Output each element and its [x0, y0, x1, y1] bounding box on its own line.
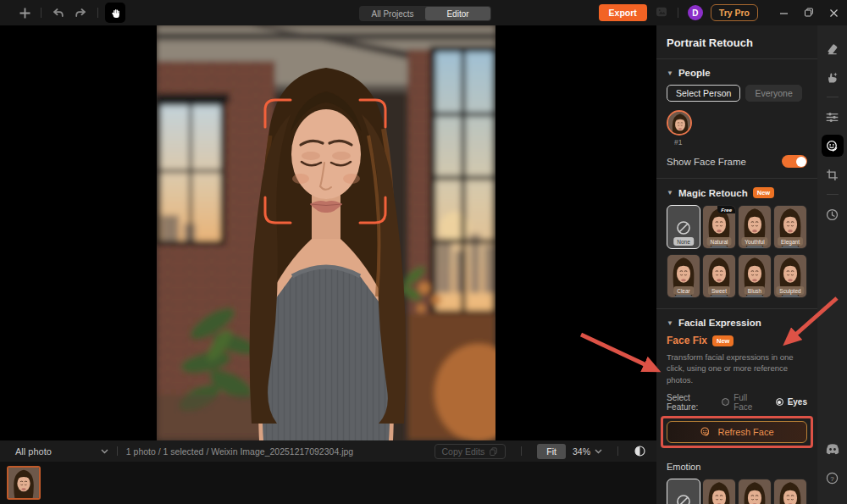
maximize-button[interactable] — [804, 8, 814, 18]
thumb-label: Sweet — [708, 286, 730, 295]
free-badge: Free — [717, 206, 735, 213]
magic-retouch-header-label: Magic Retouch — [678, 188, 748, 198]
selection-info: 1 photo / 1 selected / Weixin Image_2025… — [126, 446, 353, 457]
hand-icon — [109, 7, 122, 19]
undo-icon — [51, 6, 64, 19]
status-divider — [117, 446, 118, 456]
face-retouch-icon — [825, 139, 839, 153]
filmstrip-thumbnail[interactable] — [7, 466, 41, 500]
crop-tool-button[interactable] — [822, 163, 844, 186]
editor-canvas[interactable] — [0, 25, 656, 440]
emotion-header-label: Emotion — [667, 462, 807, 472]
view-tabs: All Projects Editor — [359, 6, 491, 21]
radio-full-face[interactable] — [722, 398, 729, 406]
sliders-icon — [825, 110, 839, 125]
filmstrip — [0, 462, 656, 504]
magic-retouch-option-elegant[interactable]: Elegant — [773, 205, 807, 249]
magic-retouch-option-sweet[interactable]: Sweet — [702, 254, 736, 298]
discord-button[interactable] — [822, 438, 844, 460]
status-divider — [521, 446, 522, 456]
panel-title: Portrait Retouch — [667, 36, 807, 49]
magic-retouch-option-sculpted[interactable]: Sculpted — [773, 254, 807, 298]
notifications-button[interactable] — [655, 5, 668, 21]
copy-edits-button[interactable]: Copy Edits — [435, 444, 507, 459]
account-avatar[interactable]: D — [688, 5, 703, 20]
thumbnail-image — [8, 468, 39, 500]
fit-button[interactable]: Fit — [537, 444, 566, 459]
remove-tool-button[interactable] — [822, 66, 844, 88]
face-fix-label: Face Fix — [667, 335, 707, 346]
magic-retouch-section-header[interactable]: ▼ Magic Retouch New — [667, 187, 807, 198]
adjustments-tool-button[interactable] — [822, 106, 844, 128]
close-icon — [829, 8, 839, 18]
magic-retouch-option-youthful[interactable]: Youthful — [738, 205, 772, 249]
compare-button[interactable] — [634, 445, 646, 457]
collapse-icon: ▼ — [667, 189, 673, 197]
toolbar-divider — [41, 8, 42, 18]
person-avatar[interactable] — [667, 110, 692, 136]
status-bar: All photo 1 photo / 1 selected / Weixin … — [0, 440, 656, 462]
magic-retouch-option-clear[interactable]: Clear — [667, 254, 700, 298]
zoom-level-dropdown[interactable]: 34% — [573, 446, 602, 457]
eyes-option-label[interactable]: Eyes — [788, 397, 807, 407]
close-button[interactable] — [829, 8, 839, 18]
tab-all-projects[interactable]: All Projects — [360, 7, 425, 20]
strip-divider — [827, 97, 839, 97]
face-refresh-icon — [700, 426, 711, 438]
divider — [656, 308, 817, 309]
thumb-label: Natural — [707, 237, 732, 246]
portrait-retouch-panel: Portrait Retouch ▼ People Select Person … — [656, 25, 817, 504]
tab-editor[interactable]: Editor — [425, 7, 490, 20]
eraser-tool-button[interactable] — [822, 37, 844, 59]
photo-filter-dropdown[interactable]: All photo — [0, 446, 108, 457]
undo-button[interactable] — [48, 3, 67, 22]
emotion-option-neutral-face[interactable]: Neutral Face — [773, 479, 807, 504]
crop-icon — [825, 168, 839, 182]
face-fix-description: Transform facial expressions in one clic… — [667, 352, 807, 385]
portrait-retouch-tool-button[interactable] — [822, 135, 844, 157]
preset-face-image — [703, 479, 735, 504]
person-face-image — [668, 112, 692, 136]
minimize-button[interactable] — [779, 8, 789, 18]
emotion-option-full-smile[interactable]: Full Smile — [738, 479, 772, 504]
everyone-button[interactable]: Everyone — [745, 85, 801, 102]
hand-tool-button[interactable] — [105, 3, 125, 23]
collapse-icon: ▼ — [667, 319, 673, 327]
maximize-icon — [804, 8, 814, 18]
collapse-icon: ▼ — [667, 69, 673, 77]
divider — [656, 178, 817, 179]
divider — [656, 58, 817, 59]
magic-retouch-option-blush[interactable]: Blush — [738, 254, 772, 298]
help-icon: ? — [825, 471, 839, 485]
discord-icon — [825, 443, 840, 456]
show-face-frame-label: Show Face Frame — [667, 157, 746, 167]
add-button[interactable] — [15, 3, 34, 22]
redo-button[interactable] — [72, 3, 91, 22]
emotion-option-none[interactable]: None — [667, 479, 700, 504]
status-divider — [617, 446, 618, 456]
chevron-down-icon — [595, 449, 602, 454]
show-face-frame-toggle[interactable] — [782, 155, 807, 168]
toolbar-divider — [97, 8, 98, 18]
before-after-icon — [634, 445, 646, 457]
object-remove-icon — [825, 70, 839, 85]
select-person-button[interactable]: Select Person — [667, 85, 740, 102]
copy-icon — [489, 446, 498, 457]
thumb-label: Sculpted — [776, 286, 804, 295]
magic-retouch-option-natural[interactable]: Free Natural — [702, 205, 736, 249]
people-header-label: People — [678, 68, 711, 78]
select-feature-label: Select Feature: — [667, 393, 709, 412]
magic-retouch-option-none[interactable]: None — [667, 205, 700, 249]
try-pro-button[interactable]: Try Pro — [711, 4, 758, 21]
export-button[interactable]: Export — [599, 4, 647, 21]
refresh-face-button[interactable]: Refresh Face — [667, 421, 807, 443]
people-section-header[interactable]: ▼ People — [667, 68, 807, 78]
radio-eyes[interactable] — [776, 398, 783, 406]
facial-expression-section-header[interactable]: ▼ Facial Expression — [667, 318, 807, 328]
emotion-option-smile[interactable]: Smile — [702, 479, 736, 504]
full-face-option-label[interactable]: Full Face — [734, 393, 759, 412]
help-button[interactable]: ? — [822, 467, 844, 489]
thumb-label: Blush — [745, 286, 765, 295]
portrait-photo — [157, 25, 495, 440]
history-button[interactable] — [822, 203, 844, 225]
